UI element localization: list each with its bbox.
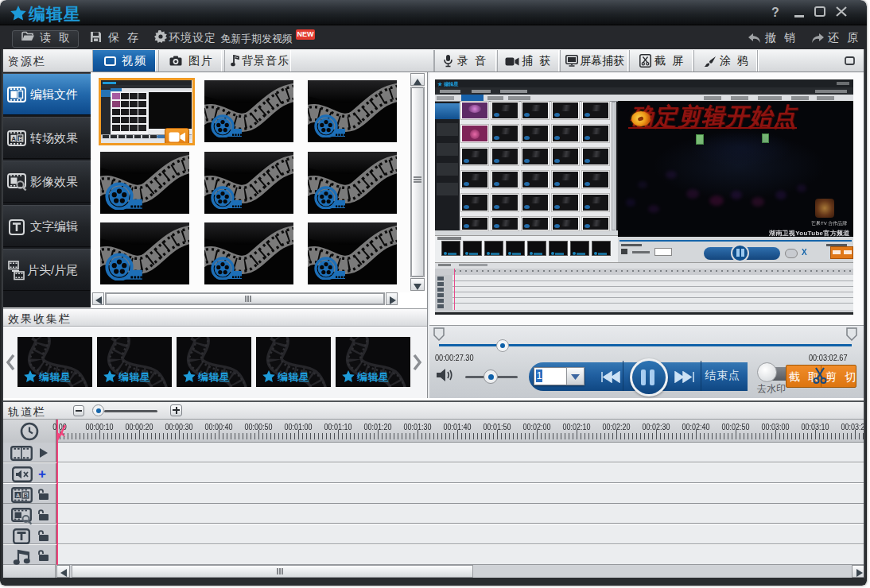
svg-text:B: B [24,493,28,498]
svg-text:B: B [18,135,23,142]
svg-text:A: A [16,493,20,498]
svg-text:A: A [12,135,17,142]
